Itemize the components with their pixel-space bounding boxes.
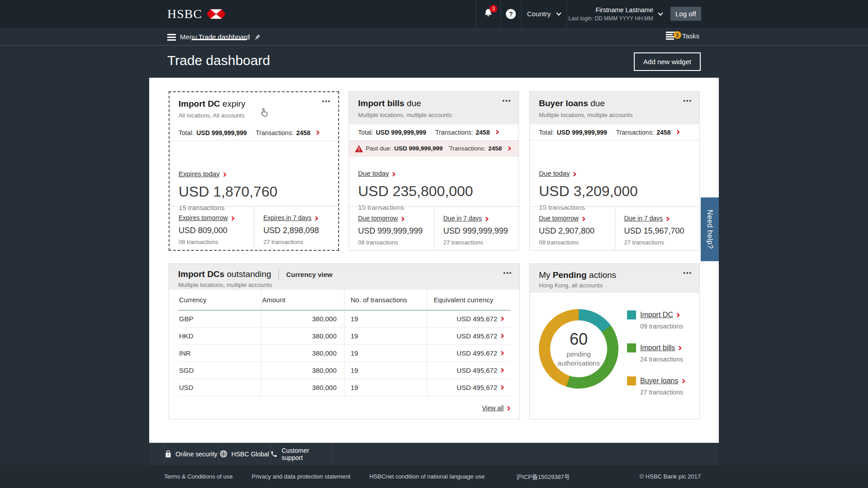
content-panel: Import DC expiry All locations, All acco… [149,78,719,443]
chevron-right-icon [675,313,679,317]
widget-menu-icon[interactable]: ••• [503,269,512,276]
icp-license-link[interactable]: 沪ICP备15029387号 [516,472,570,481]
log-off-button[interactable]: Log off [670,7,701,21]
footer-strip: Online security HSBC Global Customer sup… [149,443,719,465]
table-row[interactable]: SGD 380,000 19 USD 495,672 [178,362,510,379]
col-transactions: 08 transactions [358,239,434,246]
chevron-right-icon [484,217,489,221]
column-header: Equivalent currency [427,290,510,310]
total-row[interactable]: Total:USD 999,999,999 Transactions:2458 [170,125,338,141]
widget-title: My Pending actions [539,270,616,280]
hsbc-global-link[interactable]: HSBC Global [218,443,270,465]
currency-view-label[interactable]: Currency view [286,271,333,278]
due-tomorrow-link[interactable]: Due tomorrow [539,215,579,222]
widget-main: Expires today USD 1,870,760 15 transacti… [179,170,329,211]
table-row[interactable]: INR 380,000 19 USD 495,672 [178,345,510,362]
widget-my-pending-actions: My Pending actions Hong Kong, all accoun… [529,263,700,419]
buyer-loans-link[interactable]: Buyer loans [640,377,679,385]
privacy-link[interactable]: Privacy and data protection statement [252,473,350,480]
due-in-7-days-link[interactable]: Due in 7 days [624,215,663,222]
table-row[interactable]: GBP 380,000 19 USD 495,672 [178,310,510,328]
chevron-right-icon [495,130,499,135]
notifications-button[interactable]: 3 [476,0,500,28]
due-today-link[interactable]: Due today [539,169,570,177]
bottom-col: Due tomorrow USD 2,907,800 08 transactio… [530,207,615,250]
widget-menu-icon[interactable]: ••• [502,97,511,104]
pending-total-label: pending authorisations [554,350,604,368]
chevron-right-icon [500,351,504,356]
expires-today-link[interactable]: Expires today [179,170,220,178]
total-row[interactable]: Total:USD 999,999,999 Transactions:2458 [530,124,699,141]
help-button[interactable]: ? [500,0,521,28]
country-selector[interactable]: Country [521,0,566,28]
user-menu[interactable]: Firstname Lastname Last login: DD MMM YY… [568,0,662,28]
widget-menu-icon[interactable]: ••• [322,98,331,104]
language-condition-link[interactable]: HSBCnet condition of national language u… [369,473,485,480]
due-tomorrow-link[interactable]: Due tomorrow [358,215,398,222]
legend-item: Buyer loans 27 transactions [627,376,684,396]
globe-icon [220,450,227,458]
count-cell: 19 [344,345,428,362]
table-row[interactable]: USD 380,000 19 USD 495,672 [178,379,510,396]
menubar-divider [191,32,191,42]
widget-import-bills-due[interactable]: Import bills due Multiple locations, mul… [349,91,519,251]
chevron-right-icon [400,217,404,221]
amount-cell: 380,000 [261,379,344,396]
user-name: Firstname Lastname [568,6,653,14]
past-due-row[interactable]: Past due:USD 999,999,999 Transactions:24… [349,141,519,157]
equivalent-cell: USD 495,672 [427,379,510,396]
count-cell: 19 [344,379,428,396]
hsbc-hexagon-icon [207,7,226,21]
phone-icon [270,450,278,458]
widget-subtitle: Multiple locations, multiple accounts [358,112,509,118]
widget-import-dc-expiry[interactable]: Import DC expiry All locations, All acco… [169,91,339,251]
widget-subtitle: All locations, All accounts [179,112,329,119]
import-dc-link[interactable]: Import DC [640,311,673,319]
legend-swatch [627,310,636,319]
page-title: Trade dashboard [167,53,270,68]
widget-import-dcs-outstanding: Import DCs outstanding Currency view Mul… [169,263,520,419]
due-today-link[interactable]: Due today [358,169,389,177]
equivalent-cell: USD 495,672 [427,310,510,328]
online-security-link[interactable]: Online security [164,443,218,465]
tasks-button[interactable]: 3 Tasks [666,31,699,40]
hsbc-logo[interactable]: HSBC [167,0,226,28]
widget-header: Buyer loans due Multiple locations, mult… [530,92,699,124]
bottom-col: Due in 7 days USD 999,999,999 27 transac… [434,207,519,250]
footer-link-label: Online security [175,450,217,458]
bottom-col: Expires in 7 days USD 2,898,098 27 trans… [254,206,339,250]
widget-header: Import DCs outstanding Currency view Mul… [169,264,519,290]
col-transactions: 08 transactions [179,239,254,245]
column-header: No. of transactions [344,290,428,310]
terms-link[interactable]: Terms & Conditions of use [164,473,233,480]
legal-bar: Terms & Conditions of use Privacy and da… [0,465,868,488]
widget-buyer-loans-due[interactable]: Buyer loans due Multiple locations, mult… [529,91,700,251]
widget-menu-icon[interactable]: ••• [683,97,692,104]
currency-cell: GBP [178,310,261,328]
add-new-widget-button[interactable]: Add new widget [634,52,701,71]
lock-icon [165,450,171,458]
import-bills-link[interactable]: Import bills [640,344,675,352]
widget-subtitle: Multiple locations, multiple accounts [539,112,690,118]
total-row[interactable]: Total:USD 999,999,999 Transactions:2458 [349,124,519,141]
legend-transactions: 24 transactions [627,356,684,363]
top-bar: HSBC 3 ? Country [0,0,868,28]
footer-divider [332,443,332,465]
amount-cell: 380,000 [261,362,344,379]
chevron-down-icon [658,10,663,15]
count-cell: 19 [344,310,428,328]
chevron-right-icon [500,385,504,390]
view-all-link[interactable]: View all [482,404,504,412]
expires-in-7-days-link[interactable]: Expires in 7 days [264,214,312,221]
customer-support-link[interactable]: Customer support [270,443,332,465]
widget-bottom: Due tomorrow USD 999,999,999 08 transact… [349,206,519,250]
expires-tomorrow-link[interactable]: Expires tomorrow [179,214,228,221]
need-help-tab[interactable]: Need help? [701,197,719,261]
col-amount: USD 15,967,700 [624,226,700,236]
main-amount: USD 235,800,000 [358,183,509,200]
due-in-7-days-link[interactable]: Due in 7 days [443,215,482,222]
hamburger-icon[interactable] [167,34,176,42]
widget-menu-icon[interactable]: ••• [683,269,692,276]
table-header-row: Currency Amount No. of transactions Equi… [178,290,510,310]
table-row[interactable]: HKD 380,000 19 USD 495,672 [178,328,510,345]
